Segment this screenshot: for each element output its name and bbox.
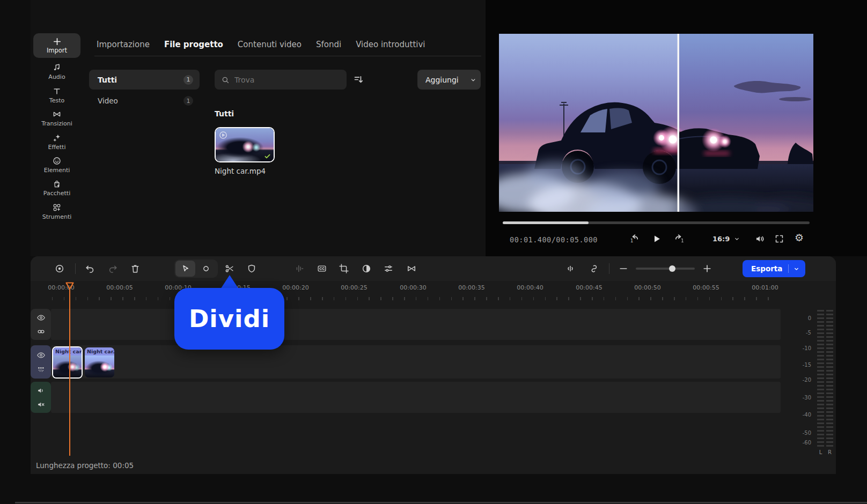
split-scissors-icon[interactable] xyxy=(224,263,235,274)
clip-label: Night car.mp4 xyxy=(85,347,114,355)
audio-levels-icon[interactable] xyxy=(294,263,305,274)
toolbar-divider xyxy=(609,263,609,274)
sidebar-item-pacchetti[interactable]: Pacchetti xyxy=(33,179,80,199)
chevron-down-icon[interactable] xyxy=(793,265,800,272)
search-box[interactable] xyxy=(215,70,347,90)
sidebar-item-strumenti[interactable]: Strumenti xyxy=(33,203,80,223)
timeline-ruler[interactable]: 00:00:00 00:00:05 00:00:10 00:00:15 00:0… xyxy=(31,281,787,302)
dividi-tooltip-arrow xyxy=(221,275,239,289)
import-plus-icon xyxy=(53,37,62,46)
clip-2[interactable]: Night car.mp4 xyxy=(85,347,114,377)
sidebar-item-elementi[interactable]: Elementi xyxy=(33,156,80,176)
tab-video-introduttivi[interactable]: Video introduttivi xyxy=(356,40,425,49)
contrast-icon[interactable] xyxy=(361,263,372,274)
adjust-sliders-icon[interactable] xyxy=(383,263,394,274)
eye-icon[interactable] xyxy=(36,351,46,360)
preview-progress[interactable] xyxy=(503,221,810,224)
delete-icon[interactable] xyxy=(130,263,141,274)
sidebar-item-effetti[interactable]: Effetti xyxy=(33,133,80,153)
clip-1-selected[interactable]: Night car.mp4 xyxy=(52,346,83,379)
media-file-name: Night car.mp4 xyxy=(215,167,266,175)
audio-mute-icon[interactable] xyxy=(36,400,46,409)
sidebar-item-testo[interactable]: Testo xyxy=(33,86,80,106)
export-button[interactable]: Esporta xyxy=(743,260,805,277)
tab-file-progetto[interactable]: File progetto xyxy=(164,40,223,49)
dissolve-dots-icon[interactable] xyxy=(36,365,46,374)
record-icon[interactable] xyxy=(54,263,65,274)
meter-label: -20 xyxy=(790,377,811,383)
meter-column-left xyxy=(817,310,824,448)
bottom-edge-strip xyxy=(15,502,867,503)
zoom-slider-handle[interactable] xyxy=(669,265,675,272)
export-label: Esporta xyxy=(751,264,782,273)
sidebar-item-audio[interactable]: Audio xyxy=(33,63,80,83)
dividi-tooltip-label: Dividi xyxy=(189,305,270,333)
ruler-label: 00:00:30 xyxy=(400,284,426,291)
eye-icon[interactable] xyxy=(36,313,46,322)
search-input[interactable] xyxy=(234,76,340,84)
play-button[interactable] xyxy=(651,233,662,244)
aspect-ratio-button[interactable]: 16:9 xyxy=(712,235,740,243)
chevron-down-icon xyxy=(733,235,740,242)
link-hook-icon[interactable] xyxy=(587,263,598,274)
preview-frame xyxy=(499,34,813,212)
clip-thumbnail xyxy=(53,355,82,377)
tools-grid-icon xyxy=(52,203,62,212)
preview-progress-fill xyxy=(503,221,589,224)
track-lane-video[interactable] xyxy=(51,345,781,379)
dividi-tooltip: Dividi xyxy=(174,288,284,350)
track-header-audio xyxy=(31,382,51,413)
media-section-title: Tutti xyxy=(215,109,234,118)
track-lane-audio[interactable] xyxy=(51,382,781,413)
playhead-line[interactable] xyxy=(69,290,70,456)
sidebar-item-label: Import xyxy=(47,47,67,54)
crop-icon[interactable] xyxy=(339,263,349,274)
sidebar-item-import[interactable]: Import xyxy=(33,33,80,58)
audio-toggle-icon[interactable] xyxy=(565,263,576,274)
meter-channel-left: L xyxy=(817,449,824,455)
previous-frame-icon[interactable]: 1 xyxy=(628,233,640,244)
play-circle-icon xyxy=(218,130,228,140)
track-lane-overlay[interactable] xyxy=(51,309,781,340)
toolbar-divider xyxy=(75,263,76,274)
playhead-marker[interactable] xyxy=(65,282,74,290)
transition-icon[interactable] xyxy=(406,263,417,274)
fullscreen-icon[interactable] xyxy=(774,234,784,244)
split-indicator-line xyxy=(678,34,680,212)
zoom-in-icon[interactable] xyxy=(702,263,712,274)
mask-shield-icon[interactable] xyxy=(246,263,257,274)
select-tool-button[interactable] xyxy=(175,261,195,277)
ruler-label: 00:00:20 xyxy=(282,284,308,291)
tab-sfondi[interactable]: Sfondi xyxy=(316,40,341,49)
tab-importazione[interactable]: Importazione xyxy=(97,40,150,49)
filter-video[interactable]: Video 1 xyxy=(89,94,200,107)
meter-label: 0 xyxy=(790,315,811,321)
text-tool-icon xyxy=(52,86,62,96)
add-button[interactable]: Aggiungi xyxy=(417,70,481,90)
sidebar-item-transizioni[interactable]: Transizioni xyxy=(33,109,80,129)
zoom-slider[interactable] xyxy=(636,268,695,270)
next-frame-icon[interactable]: 1 xyxy=(674,233,686,244)
tag-tool-icon[interactable] xyxy=(201,263,211,274)
captions-icon[interactable] xyxy=(317,263,327,274)
meter-column-right xyxy=(826,310,833,448)
redo-icon[interactable] xyxy=(107,263,118,274)
zoom-out-icon[interactable] xyxy=(618,263,629,274)
timeline-toolbar xyxy=(31,256,836,281)
volume-icon[interactable] xyxy=(754,233,766,244)
bag-icon xyxy=(52,179,62,189)
tab-contenuti-video[interactable]: Contenuti video xyxy=(238,40,302,49)
chevron-down-icon[interactable] xyxy=(469,76,477,84)
media-thumbnail[interactable] xyxy=(215,127,275,162)
meter-label: -50 xyxy=(790,430,811,436)
app-root: { "colors": { "accent": "#1848f2", "play… xyxy=(0,0,867,504)
settings-gear-icon[interactable]: ⚙ xyxy=(795,233,804,243)
sort-icon[interactable] xyxy=(353,74,364,85)
undo-icon[interactable] xyxy=(85,263,95,274)
audio-on-icon[interactable] xyxy=(36,386,46,395)
filter-tutti[interactable]: Tutti 1 xyxy=(89,70,200,90)
check-icon xyxy=(263,152,271,160)
export-divider xyxy=(788,264,789,273)
link-icon[interactable] xyxy=(36,327,46,336)
media-tabs: Importazione File progetto Contenuti vid… xyxy=(97,40,425,49)
